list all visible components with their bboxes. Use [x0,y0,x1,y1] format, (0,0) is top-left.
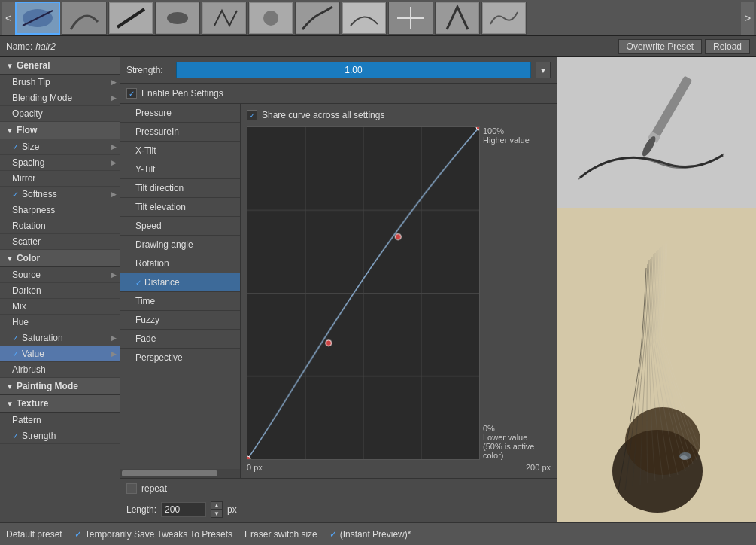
strength-spin[interactable]: ▼ [536,62,551,78]
strength-slider[interactable]: 1.00 [176,62,531,78]
panel-item-saturation[interactable]: ✓ Saturation ▶ [0,330,120,346]
panel-item-brush-tip[interactable]: Brush Tip ▶ [0,75,120,90]
curve-item-pressurein[interactable]: PressureIn [120,123,240,142]
default-preset-label: Default preset [6,529,62,540]
curve-item-time[interactable]: Time [120,292,240,311]
instant-preview-item[interactable]: ✓ (Instant Preview)* [329,529,411,540]
brush-preset-8[interactable] [388,2,433,35]
check-icon: ✓ [12,333,19,343]
brush-preset-2[interactable] [108,2,153,35]
curve-item-tilt-direction[interactable]: Tilt direction [120,179,240,198]
save-tweaks-item[interactable]: ✓ Temporarily Save Tweaks To Presets [74,529,232,540]
curve-item-xtilt[interactable]: X-Tilt [120,142,240,160]
panel-item-source[interactable]: Source ▶ [0,267,120,283]
svg-point-24 [625,407,700,475]
curve-item-fade[interactable]: Fade [120,330,240,349]
overwrite-preset-button[interactable]: Overwrite Preset [618,39,702,54]
arrow-icon: ▶ [111,334,117,342]
curve-canvas-wrap [247,126,480,460]
curve-list-hscroll[interactable] [120,469,240,478]
curve-item-label: Rotation [135,258,169,269]
brush-name-area: Name: hair2 [6,41,56,52]
brush-preset-3[interactable] [155,2,200,35]
section-color[interactable]: ▼ Color [0,250,120,267]
section-general[interactable]: ▼ General [0,57,120,75]
repeat-checkbox[interactable] [126,483,137,494]
curve-item-speed[interactable]: Speed [120,217,240,236]
panel-item-label: Rotation [12,221,46,231]
brush-preset-10[interactable] [481,2,527,35]
panel-item-value[interactable]: ✓ Value ▶ [0,346,120,362]
brush-scroll-right[interactable]: > [741,2,754,35]
brush-preset-4[interactable] [202,2,247,35]
instant-preview-label: (Instant Preview)* [340,529,411,540]
curve-item-fuzzy[interactable]: Fuzzy [120,311,240,330]
panel-item-darken[interactable]: Darken [0,283,120,299]
enable-pen-checkbox[interactable]: ✓ [126,88,137,99]
panel-item-spacing[interactable]: Spacing ▶ [0,155,120,171]
eraser-switch-item[interactable]: Eraser switch size [244,529,317,540]
curve-item-label: Tilt elevation [135,202,186,212]
default-preset-item[interactable]: Default preset [6,529,62,540]
curve-label-0: 0% Lower value (50% is active color) [483,424,551,460]
section-flow[interactable]: ▼ Flow [0,122,120,139]
curve-item-label: Drawing angle [135,239,193,250]
brush-preset-6[interactable] [295,2,340,35]
arrow-icon: ▶ [111,159,117,166]
panel-item-rotation[interactable]: Rotation [0,218,120,234]
color-arrow: ▼ [6,254,14,263]
brush-preset-7[interactable] [342,2,387,35]
svg-point-10 [263,11,278,26]
brush-preset-0[interactable] [15,2,60,35]
panel-item-label: Pattern [12,415,41,425]
share-curve-checkbox[interactable]: ✓ [247,110,257,120]
svg-rect-3 [63,3,105,33]
panel-item-scatter[interactable]: Scatter [0,234,120,250]
panel-item-pattern[interactable]: Pattern [0,413,120,428]
pen-settings-row: ✓ Enable Pen Settings [120,84,557,104]
check-icon: ✓ [12,190,19,199]
section-painting-mode-label: Painting Mode [17,381,78,391]
length-input[interactable] [161,502,206,517]
curve-item-label: Tilt direction [135,183,184,193]
section-texture[interactable]: ▼ Texture [0,395,120,413]
panel-item-mix[interactable]: Mix [0,299,120,315]
panel-item-softness[interactable]: ✓ Softness ▶ [0,187,120,202]
curve-item-distance[interactable]: ✓ Distance [120,273,240,292]
curve-item-ytilt[interactable]: Y-Tilt [120,160,240,179]
curve-item-perspective[interactable]: Perspective [120,349,240,367]
brush-preset-9[interactable] [435,2,480,35]
arrow-icon: ▶ [111,271,117,279]
panel-item-hue[interactable]: Hue [0,315,120,330]
brush-preset-5[interactable] [248,2,293,35]
brush-preset-1[interactable] [62,2,107,35]
panel-item-strength[interactable]: ✓ Strength [0,428,120,444]
svg-rect-12 [343,3,385,33]
curve-item-pressure[interactable]: Pressure [120,104,240,123]
arrow-icon: ▶ [111,78,117,86]
panel-item-airbrush[interactable]: Airbrush [0,362,120,378]
curve-item-drawing-angle[interactable]: Drawing angle [120,236,240,254]
left-panel: ▼ General Brush Tip ▶ Blending Mode ▶ Op… [0,57,120,522]
curve-item-tilt-elevation[interactable]: Tilt elevation [120,198,240,217]
panel-item-opacity[interactable]: Opacity [0,106,120,122]
curve-canvas[interactable] [247,126,480,460]
preview-top [557,57,756,208]
brush-name-value: hair2 [35,41,56,52]
panel-item-mirror[interactable]: Mirror [0,171,120,187]
panel-item-blending-mode[interactable]: Blending Mode ▶ [0,90,120,106]
panel-item-label: Strength [22,431,56,441]
spin-up[interactable]: ▲ [211,501,223,510]
brush-scroll-left[interactable]: < [2,2,15,35]
curve-list: Pressure PressureIn X-Tilt Y-Tilt Tilt d [120,104,240,469]
svg-point-7 [167,12,188,24]
panel-item-sharpness[interactable]: Sharpness [0,202,120,218]
reload-button[interactable]: Reload [705,39,750,54]
panel-item-label: Darken [12,285,41,296]
curve-item-rotation[interactable]: Rotation [120,254,240,273]
spin-down[interactable]: ▼ [211,510,223,518]
section-painting-mode[interactable]: ▼ Painting Mode [0,378,120,395]
curve-item-label: Distance [144,277,180,288]
enable-pen-label: Enable Pen Settings [141,88,223,99]
panel-item-size[interactable]: ✓ Size ▶ [0,139,120,155]
